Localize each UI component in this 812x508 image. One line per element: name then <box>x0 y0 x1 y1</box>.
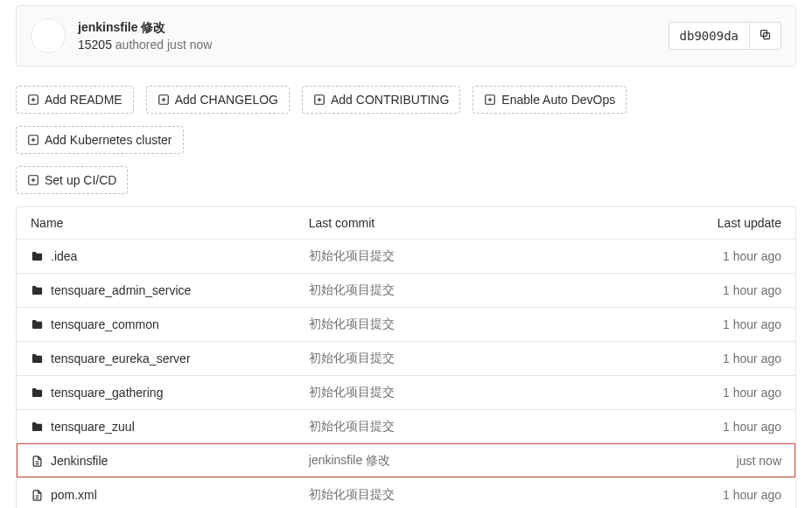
file-icon <box>31 489 44 502</box>
file-name-link[interactable]: tensquare_admin_service <box>51 283 191 297</box>
column-header-name: Name <box>31 216 309 230</box>
table-row: pom.xml初始化项目提交1 hour ago <box>17 477 795 508</box>
file-name-link[interactable]: .idea <box>51 249 77 263</box>
commit-authored-text: authored just now <box>116 38 213 52</box>
file-name-link[interactable]: pom.xml <box>51 488 97 502</box>
row-commit-message[interactable]: 初始化项目提交 <box>309 487 615 503</box>
table-header-row: Name Last commit Last update <box>17 207 795 239</box>
row-last-update: 1 hour ago <box>614 283 781 297</box>
suggestion-label: Enable Auto DevOps <box>501 93 615 107</box>
plus-box-icon <box>27 94 39 106</box>
row-last-update: 1 hour ago <box>614 249 781 263</box>
table-row: tensquare_gathering初始化项目提交1 hour ago <box>17 375 795 409</box>
row-last-update: 1 hour ago <box>614 351 781 365</box>
file-name-link[interactable]: tensquare_zuul <box>51 420 135 434</box>
suggestion-label: Add CHANGELOG <box>175 93 278 107</box>
suggestion-label: Add Kubernetes cluster <box>45 133 172 147</box>
suggestion-label: Add CONTRIBUTING <box>331 93 449 107</box>
suggestion-button[interactable]: Add CHANGELOG <box>146 86 290 114</box>
column-header-commit: Last commit <box>309 216 615 230</box>
folder-icon <box>31 250 44 263</box>
copy-icon <box>759 28 772 44</box>
suggestion-button[interactable]: Enable Auto DevOps <box>472 86 626 114</box>
commit-title[interactable]: jenkinsfile 修改 <box>78 20 212 36</box>
file-name-link[interactable]: tensquare_eureka_server <box>51 351 191 365</box>
row-last-update: 1 hour ago <box>614 317 781 331</box>
plus-box-icon <box>27 134 39 146</box>
file-name-link[interactable]: tensquare_gathering <box>51 386 163 400</box>
commit-sha-button[interactable]: db9009da <box>668 22 750 50</box>
table-row: Jenkinsfilejenkinsfile 修改just now <box>17 443 795 477</box>
row-commit-message[interactable]: 初始化项目提交 <box>309 351 615 366</box>
row-last-update: 1 hour ago <box>614 488 781 502</box>
row-last-update: 1 hour ago <box>614 420 781 434</box>
table-row: tensquare_zuul初始化项目提交1 hour ago <box>17 409 795 443</box>
folder-icon <box>31 386 44 400</box>
plus-box-icon <box>158 94 170 106</box>
copy-sha-button[interactable] <box>750 22 781 50</box>
table-row: .idea初始化项目提交1 hour ago <box>17 239 795 273</box>
file-name-link[interactable]: Jenkinsfile <box>51 454 108 468</box>
suggestion-button[interactable]: Set up CI/CD <box>16 166 128 194</box>
plus-box-icon <box>313 94 326 106</box>
file-icon <box>31 455 44 468</box>
plus-box-icon <box>27 174 39 186</box>
commit-author[interactable]: 15205 <box>78 38 112 52</box>
suggestion-label: Add README <box>45 93 122 107</box>
folder-icon <box>31 318 44 331</box>
row-commit-message[interactable]: jenkinsfile 修改 <box>309 453 615 469</box>
row-commit-message[interactable]: 初始化项目提交 <box>309 419 615 435</box>
table-row: tensquare_admin_service初始化项目提交1 hour ago <box>17 273 795 307</box>
row-commit-message[interactable]: 初始化项目提交 <box>309 385 615 400</box>
column-header-update: Last update <box>614 216 781 230</box>
file-name-link[interactable]: tensquare_common <box>51 317 159 331</box>
row-last-update: 1 hour ago <box>614 386 781 400</box>
row-commit-message[interactable]: 初始化项目提交 <box>309 248 615 264</box>
suggestion-button[interactable]: Add CONTRIBUTING <box>302 86 460 114</box>
plus-box-icon <box>484 94 496 106</box>
commit-subline: 15205 authored just now <box>78 38 212 52</box>
suggestion-button[interactable]: Add Kubernetes cluster <box>16 126 184 154</box>
avatar <box>31 18 66 53</box>
suggestion-row: Set up CI/CD <box>16 166 796 194</box>
row-last-update: just now <box>614 454 781 468</box>
row-commit-message[interactable]: 初始化项目提交 <box>309 282 615 298</box>
folder-icon <box>31 421 44 434</box>
latest-commit-card: jenkinsfile 修改 15205 authored just now d… <box>16 5 796 66</box>
suggestion-button[interactable]: Add README <box>16 86 134 114</box>
file-tree-table: Name Last commit Last update .idea初始化项目提… <box>16 206 796 508</box>
folder-icon <box>31 352 44 365</box>
table-row: tensquare_common初始化项目提交1 hour ago <box>17 307 795 341</box>
suggestion-row: Add READMEAdd CHANGELOGAdd CONTRIBUTINGE… <box>16 86 796 154</box>
table-row: tensquare_eureka_server初始化项目提交1 hour ago <box>17 341 795 375</box>
row-commit-message[interactable]: 初始化项目提交 <box>309 317 615 332</box>
commit-actions: db9009da <box>668 22 781 50</box>
suggestion-label: Set up CI/CD <box>45 173 116 187</box>
folder-icon <box>31 284 44 297</box>
